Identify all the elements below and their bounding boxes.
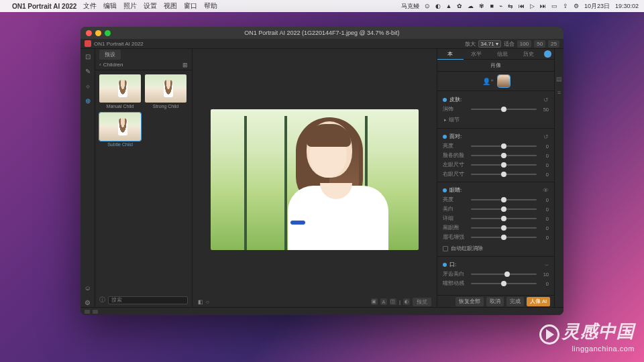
status-icon: ⊙ (425, 3, 430, 9)
menu-view[interactable]: 视图 (164, 1, 177, 11)
preset-thumb[interactable]: Manual Child (99, 74, 141, 109)
history-icon[interactable]: ≡ (557, 89, 561, 96)
tab-history[interactable]: 历史 (515, 49, 541, 59)
layers-icon[interactable]: ▤ (556, 76, 562, 82)
adjust-tool-icon[interactable]: ⟐ (83, 81, 93, 90)
prev-icon[interactable]: ⏮ (519, 3, 525, 9)
inspector-panel: 本 水平 信息 历史 肖像 👤⁺ 皮肤:↺ 润饰50 ▸细节 面对:↺ 亮度0 … (437, 49, 554, 307)
done-button[interactable]: 完成 (506, 297, 524, 306)
menu-photo[interactable]: 照片 (123, 1, 137, 11)
group-mouth[interactable]: 口:⌣ (443, 259, 549, 270)
reset-icon[interactable]: ↺ (543, 97, 549, 103)
play-icon[interactable]: ▷ (530, 3, 535, 9)
preset-label: Manual Child (107, 104, 134, 109)
brush-tool-icon[interactable]: ✎ (83, 66, 93, 76)
group-skin[interactable]: 皮肤:↺ (443, 94, 549, 105)
eye-view-icon[interactable]: 👁 (543, 187, 549, 194)
reset-icon[interactable]: ↺ (543, 133, 549, 140)
window-close-button[interactable] (86, 30, 92, 36)
softproof-icon[interactable]: ◧ (198, 299, 203, 305)
crop-tool-icon[interactable]: ⊡ (83, 52, 93, 61)
preset-thumb[interactable]: Strong Child (145, 74, 186, 109)
info-icon[interactable]: ⓘ (99, 296, 105, 304)
status-icon: ◐ (435, 3, 441, 9)
grid-view-icon[interactable]: ⊞ (182, 62, 188, 68)
slider-mouth-vibrance[interactable]: 嘴部动感0 (443, 280, 549, 289)
menu-help[interactable]: 帮助 (204, 1, 217, 11)
slider-dark-circle[interactable]: 黑眼圈0 (443, 224, 549, 233)
app-icon (85, 40, 91, 47)
status-icon: ▲ (446, 3, 452, 9)
view-compare-icon[interactable]: A (380, 298, 387, 305)
view-mode-icon[interactable] (85, 310, 90, 314)
checkbox-redeye[interactable]: 自动红眼消除 (443, 243, 549, 254)
preset-category: Children (103, 62, 123, 68)
menu-file[interactable]: 文件 (83, 1, 97, 11)
mask-icon[interactable]: ◐ (403, 298, 410, 305)
cancel-button[interactable]: 取消 (486, 297, 504, 306)
slider-eye-detail[interactable]: 详细0 (443, 215, 549, 224)
menubar-date: 10月23日 (584, 2, 610, 11)
inspector-section-title: 肖像 (437, 60, 554, 72)
slider-eyebrow[interactable]: 眉毛增强0 (443, 233, 549, 243)
zoom-dropdown[interactable]: 34.71 ▾ (478, 40, 501, 48)
preset-category-row[interactable]: ‹ Children ⊞ (95, 60, 192, 70)
wifi-icon: ⇪ (563, 3, 568, 9)
menubar-user: 马克鳗 (401, 2, 419, 11)
face-tool-icon[interactable]: ⊕ (83, 96, 93, 105)
reset-all-button[interactable]: 恢复全部 (455, 297, 484, 306)
settings-tool-icon[interactable]: ⚙ (83, 298, 93, 307)
slider-face-shape[interactable]: 脸各的脸0 (443, 152, 549, 161)
portrait-ai-button[interactable]: 人像 AI (527, 297, 550, 306)
status-icon: ⇆ (508, 3, 513, 9)
slider-right-eye[interactable]: 右眼尺寸0 (443, 170, 549, 180)
expand-detail[interactable]: ▸细节 (443, 115, 549, 126)
group-eyes[interactable]: 眼睛:👁 (443, 184, 549, 196)
view-single-icon[interactable]: ▣ (371, 298, 378, 305)
slider-brightness[interactable]: 亮度0 (443, 142, 549, 152)
breadcrumb: ON1 Portrait AI 2022 (94, 41, 144, 47)
preset-tab[interactable]: 预设 (99, 50, 121, 60)
watermark: 灵感中国 lingganchina.com (539, 320, 635, 353)
preset-label: Strong Child (153, 104, 179, 109)
add-face-icon[interactable]: 👤⁺ (482, 78, 494, 85)
watermark-logo-icon (539, 324, 559, 345)
clip-icon[interactable]: ○ (206, 299, 209, 305)
preset-thumbnail-image (99, 74, 141, 103)
window-minimize-button[interactable] (95, 30, 101, 36)
slider-eye-whiten[interactable]: 美白0 (443, 205, 549, 215)
preset-thumbnail-image (99, 113, 141, 141)
control-center-icon[interactable]: ⚙ (574, 3, 579, 9)
tab-info[interactable]: 信息 (490, 49, 516, 59)
user-tool-icon[interactable]: ☺ (83, 283, 93, 292)
next-icon[interactable]: ⏭ (540, 3, 546, 9)
divider: | (399, 299, 400, 305)
fit-25-button[interactable]: 25 (548, 40, 559, 48)
view-split-icon[interactable]: ◫ (390, 298, 396, 305)
app-name[interactable]: ON1 Portrait AI 2022 (12, 3, 76, 10)
tab-local[interactable]: 本 (437, 49, 464, 60)
slider-teeth-whiten[interactable]: 牙齿美白10 (443, 270, 549, 280)
menu-window[interactable]: 窗口 (184, 1, 197, 11)
slider-left-eye[interactable]: 左眼尺寸0 (443, 161, 549, 170)
tab-level[interactable]: 水平 (464, 49, 490, 59)
mouth-icon[interactable]: ⌣ (545, 261, 549, 268)
back-chevron-icon[interactable]: ‹ (99, 62, 101, 68)
preset-thumb[interactable]: Subtle Child (99, 113, 141, 147)
slider-eye-brightness[interactable]: 亮度0 (443, 196, 549, 205)
fit-100-button[interactable]: 100 (517, 40, 531, 48)
window-maximize-button[interactable] (105, 30, 111, 36)
profile-icon[interactable] (544, 50, 551, 58)
view-mode-icon[interactable] (93, 310, 98, 314)
fit-50-button[interactable]: 50 (534, 40, 545, 48)
face-thumbnail[interactable] (498, 75, 510, 87)
menu-settings[interactable]: 设置 (144, 1, 157, 11)
preset-label: Subtle Child (107, 142, 133, 147)
preview-button[interactable]: 预览 (413, 298, 431, 306)
group-face[interactable]: 面对:↺ (443, 131, 549, 142)
menu-edit[interactable]: 编辑 (103, 1, 117, 11)
right-edge-strip: ▤ ≡ (554, 49, 564, 307)
preset-search-input[interactable] (108, 296, 188, 304)
photo-preview[interactable] (211, 109, 419, 250)
slider-retouch[interactable]: 润饰50 (443, 105, 549, 115)
